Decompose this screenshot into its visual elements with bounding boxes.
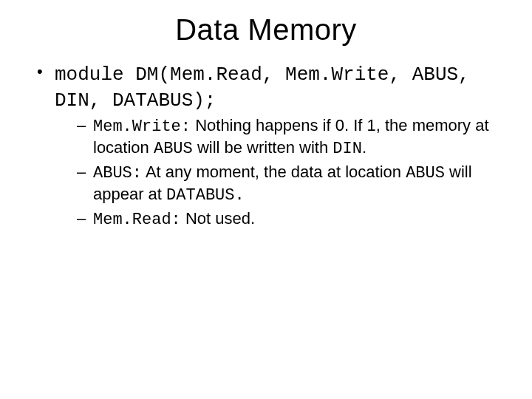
param-term: Mem.Read: (93, 211, 181, 229)
module-declaration: module DM(Mem.Read, Mem.Write, ABUS, DIN… (37, 61, 510, 231)
bullet-list-level2: Mem.Write: Nothing happens if 0. If 1, t… (55, 115, 510, 231)
param-memread: Mem.Read: Not used. (77, 208, 510, 231)
param-desc-a: At any moment, the data at location (142, 163, 406, 181)
slide: Data Memory module DM(Mem.Read, Mem.Writ… (0, 0, 532, 399)
param-term: ABUS: (93, 164, 142, 183)
param-code-b: DIN (332, 140, 362, 158)
param-code-a: ABUS (406, 164, 445, 183)
module-code: module DM(Mem.Read, Mem.Write, ABUS, DIN… (55, 64, 470, 112)
bullet-list-level1: module DM(Mem.Read, Mem.Write, ABUS, DIN… (22, 61, 510, 231)
param-desc-b: will be written with (193, 138, 333, 157)
param-memwrite: Mem.Write: Nothing happens if 0. If 1, t… (77, 115, 510, 159)
param-desc-a: Not used. (181, 209, 255, 228)
param-code-a: ABUS (154, 140, 193, 158)
slide-title: Data Memory (22, 13, 510, 47)
param-desc-c: . (362, 138, 366, 157)
param-code-b: DATABUS. (166, 186, 245, 205)
param-term: Mem.Write: (93, 117, 191, 136)
param-abus: ABUS: At any moment, the data at locatio… (77, 162, 510, 205)
